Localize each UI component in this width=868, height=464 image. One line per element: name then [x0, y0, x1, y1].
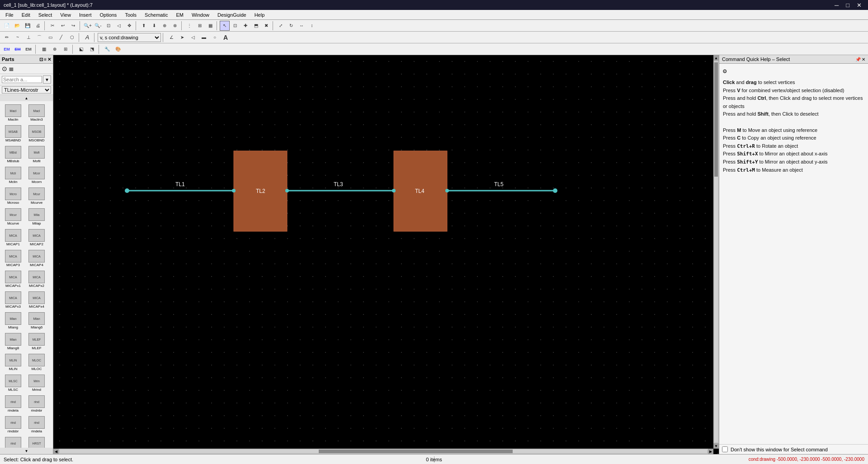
- tb-rotate[interactable]: ↻: [286, 21, 296, 31]
- tb-select[interactable]: ↖: [220, 21, 230, 31]
- part-item-rindnbr[interactable]: rind rindnbr: [25, 394, 48, 414]
- menu-tools[interactable]: Tools: [121, 11, 140, 19]
- hscroll-right[interactable]: ▶: [708, 449, 713, 454]
- tb-distribute[interactable]: ⊞: [195, 21, 205, 31]
- menu-em[interactable]: EM: [172, 11, 187, 19]
- tb-zoomin[interactable]: 🔍+: [83, 21, 93, 31]
- part-item-micapx2[interactable]: MICA MICAPx2: [25, 269, 48, 289]
- tb3-layers[interactable]: ▦: [39, 44, 49, 54]
- tb-undo[interactable]: ↩: [58, 21, 68, 31]
- tb-push[interactable]: ⬆: [139, 21, 149, 31]
- vscroll-track[interactable]: [714, 61, 718, 442]
- tb3-em1[interactable]: EM: [2, 44, 12, 54]
- right-panel-pin-btn[interactable]: 📌: [855, 57, 861, 62]
- tb2-line[interactable]: ╱: [56, 33, 66, 42]
- tb-open[interactable]: 📂: [12, 21, 22, 31]
- part-item-mclin[interactable]: Mcli Mclin: [2, 165, 24, 185]
- tb-zoomout[interactable]: 🔍-: [93, 21, 103, 31]
- parts-category-select[interactable]: TLines-Microstr: [2, 86, 51, 94]
- tb2-rect[interactable]: ▭: [45, 33, 55, 42]
- close-btn[interactable]: ✕: [854, 2, 864, 9]
- menu-options[interactable]: Options: [96, 11, 120, 19]
- hscroll-thumb[interactable]: [319, 450, 513, 453]
- right-panel-close-btn[interactable]: ✕: [862, 57, 865, 62]
- tb-group[interactable]: ▦: [205, 21, 215, 31]
- gear-icon[interactable]: ⚙: [723, 67, 726, 75]
- parts-close-btn[interactable]: ✕: [47, 57, 51, 62]
- part-item-micapx1[interactable]: MICA MICAPx1: [2, 269, 24, 289]
- menu-window[interactable]: Window: [188, 11, 213, 19]
- tb2-arc[interactable]: ⌒: [34, 33, 44, 42]
- part-item-mcurve[interactable]: Mcur Mcurve: [25, 186, 48, 206]
- tb2-port[interactable]: ⊥: [24, 33, 33, 42]
- tb-cut[interactable]: ✂: [47, 21, 57, 31]
- part-item-rindsbr[interactable]: rind rindsbr: [2, 415, 24, 435]
- menu-designguide[interactable]: DesignGuide: [214, 11, 250, 19]
- tb3-prop[interactable]: ⊞: [61, 44, 71, 54]
- dont-show-checkbox[interactable]: [722, 446, 728, 452]
- parts-header-controls[interactable]: ⊡ ≡ ✕: [39, 57, 51, 62]
- part-item-micapx3[interactable]: MICA MICAPx3: [2, 290, 24, 310]
- tb3-em2[interactable]: EM: [13, 44, 23, 54]
- part-item-mliap[interactable]: Mlia Mliap: [25, 207, 48, 227]
- tb-zoom-prev[interactable]: ◁: [114, 21, 124, 31]
- parts-filter-btn[interactable]: ▼: [43, 75, 51, 84]
- right-panel-header-controls[interactable]: 📌 ✕: [855, 57, 865, 62]
- tb2-text2[interactable]: A: [221, 33, 231, 42]
- part-item-mbstub[interactable]: MBst MBstub: [2, 145, 24, 164]
- parts-list-btn[interactable]: ≡: [44, 57, 47, 62]
- tb-delete[interactable]: ✖: [261, 21, 271, 31]
- part-item-msobnd[interactable]: MSOB MSOBND: [25, 124, 48, 144]
- canvas-area[interactable]: TL1 TL2 TL3 TL4 TL5 ◀ ▶ ▲ ▼: [53, 55, 719, 454]
- part-item-hrstub[interactable]: HRST HRSTUB: [25, 436, 48, 448]
- parts-scroll-up[interactable]: ▲: [0, 95, 53, 101]
- part-item-mcurve2[interactable]: Mcur Mcurve: [2, 207, 24, 227]
- part-item-micap3[interactable]: MICA MICAP3: [2, 248, 24, 268]
- tb-new[interactable]: 📄: [2, 21, 12, 31]
- tb2-circle[interactable]: ○: [210, 33, 220, 42]
- tb2-snap-angle[interactable]: ∠: [166, 33, 176, 42]
- parts-scroll-down[interactable]: ▼: [0, 448, 53, 454]
- tb-snap2[interactable]: ⊗: [170, 21, 180, 31]
- part-item-mlang8[interactable]: Mlan Mlang8: [2, 332, 24, 352]
- tb-align[interactable]: ⋮: [184, 21, 194, 31]
- minimize-btn[interactable]: ─: [832, 2, 841, 9]
- part-item-micap2[interactable]: MICA MICAP2: [25, 228, 48, 248]
- tb-snap[interactable]: ⊕: [160, 21, 170, 31]
- tb-zoomfit[interactable]: ⊡: [104, 21, 113, 31]
- tb-deselect[interactable]: ⊡: [230, 21, 240, 31]
- tb3-snap3[interactable]: ⊕: [50, 44, 60, 54]
- part-item-mlin[interactable]: MLIN MLIN: [2, 352, 24, 372]
- tb-stretch[interactable]: ⤢: [276, 21, 286, 31]
- part-item-rindela[interactable]: rind rindela: [2, 394, 24, 414]
- tb3-schematic[interactable]: ⬔: [87, 44, 97, 54]
- tb-redo[interactable]: ↪: [68, 21, 78, 31]
- part-item-micap4[interactable]: MICA MICAP4: [25, 248, 48, 268]
- hscroll-left[interactable]: ◀: [53, 449, 59, 454]
- tb-pop[interactable]: ⬇: [149, 21, 159, 31]
- tb-mirror[interactable]: ↕: [307, 21, 317, 31]
- menu-schematic[interactable]: Schematic: [141, 11, 171, 19]
- tb2-rect2[interactable]: ▬: [199, 33, 209, 42]
- canvas-vscroll[interactable]: ▲ ▼: [713, 55, 719, 449]
- tb2-arrow2[interactable]: ◁: [188, 33, 198, 42]
- menu-view[interactable]: View: [57, 11, 75, 19]
- menu-insert[interactable]: Insert: [75, 11, 95, 19]
- tb-print[interactable]: 🖨: [33, 21, 43, 31]
- part-item-rindsbi[interactable]: rind rindsbi: [2, 436, 24, 448]
- part-item-maclin3[interactable]: Macl Maclin3: [25, 103, 48, 123]
- part-item-mofil[interactable]: Mofi Mofil: [25, 145, 48, 164]
- tb-copy[interactable]: ⬒: [251, 21, 261, 31]
- tb3-hier[interactable]: ⬕: [76, 44, 86, 54]
- tb2-wire[interactable]: ~: [13, 33, 23, 42]
- tb-pan[interactable]: ✥: [124, 21, 134, 31]
- tb3-em3[interactable]: EM: [24, 44, 33, 54]
- part-item-mlsc[interactable]: MLSC MLSC: [2, 373, 24, 393]
- tb2-draw[interactable]: ✏: [2, 33, 12, 42]
- maximize-btn[interactable]: □: [843, 2, 852, 9]
- hscroll-track[interactable]: [60, 450, 707, 453]
- part-item-mcorn[interactable]: Mcor Mcorn: [25, 165, 48, 185]
- tb2-polygon[interactable]: ⬡: [67, 33, 77, 42]
- tb3-palette[interactable]: 🎨: [113, 44, 123, 54]
- tb2-text[interactable]: A: [82, 33, 92, 42]
